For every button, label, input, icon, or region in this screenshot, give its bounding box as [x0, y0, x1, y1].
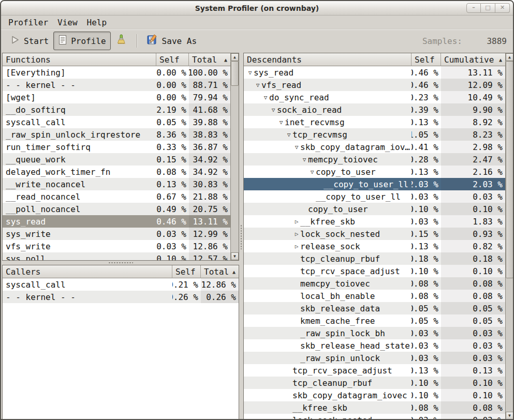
table-row[interactable]: tcp_cleanup_rbuf0.10 %0.10 % [244, 377, 505, 389]
vertical-splitter[interactable] [239, 53, 243, 420]
table-row[interactable]: lock_sock_nested0.03 %0.03 % [244, 414, 505, 419]
table-row[interactable]: memcpy_toiovec0.08 %0.08 % [244, 277, 505, 290]
table-row[interactable]: - - kernel - -0.26 %0.26 % [3, 291, 239, 303]
expanded-expander-icon[interactable]: ▽ [309, 169, 316, 175]
scrollbar-thumb[interactable] [231, 61, 239, 86]
collapsed-expander-icon[interactable]: ▷ [293, 231, 300, 237]
expanded-expander-icon[interactable]: ▽ [293, 144, 300, 151]
table-row[interactable]: __copy_to_user_ll2.03 %2.03 % [244, 178, 505, 190]
table-row[interactable]: sys_write0.03 %12.99 % [3, 228, 230, 240]
menu-profiler[interactable]: Profiler [4, 17, 53, 28]
column-header-self[interactable]: Self [412, 53, 441, 66]
cell-function-name: ▽copy_to_user [244, 166, 412, 178]
table-row[interactable]: _raw_spin_unlock_irqrestore38.36 %38.83 … [3, 128, 230, 141]
table-row[interactable]: __write_nocancel0.13 %30.83 % [3, 178, 230, 190]
document-icon [58, 35, 67, 47]
cell-total-percent: 39.88 % [189, 116, 230, 128]
cell-cumulative-percent: 0.03 % [441, 339, 505, 352]
table-row[interactable]: __poll_nocancel0.49 %20.75 % [3, 203, 230, 215]
cell-function-name: ▽do_sync_read [244, 91, 412, 103]
column-header-total[interactable]: Total▲ [189, 53, 230, 66]
table-row[interactable]: ▽inet_recvmsg0.13 %8.92 % [244, 116, 505, 128]
table-row[interactable]: ▽vfs_read0.46 %12.09 % [244, 79, 505, 91]
close-button[interactable]: ✕ [495, 3, 510, 13]
sort-ascending-icon: ▲ [497, 57, 502, 63]
expanded-expander-icon[interactable]: ▽ [254, 82, 261, 88]
descendants-scrollbar[interactable]: ▲ ▼ [505, 53, 513, 419]
collapsed-expander-icon[interactable]: ▷ [293, 218, 300, 225]
table-row[interactable]: ▽copy_to_user0.13 %2.16 % [244, 166, 505, 178]
titlebar[interactable]: System Profiler (on crownbay) – □ ✕ [1, 1, 513, 16]
scroll-up-icon[interactable]: ▲ [506, 53, 513, 61]
table-row[interactable]: kmem_cache_free0.05 %0.05 % [244, 314, 505, 327]
table-row[interactable]: ▽skb_copy_datagram_iov…0.41 %2.98 % [244, 141, 505, 153]
cell-cumulative-percent: 0.93 % [441, 228, 505, 240]
table-row[interactable]: syscall_call0.21 %12.86 % [3, 278, 239, 291]
cell-function-name: skb_release_data [244, 302, 412, 314]
table-row[interactable]: skb_release_head_state0.03 %0.03 % [244, 339, 505, 352]
cell-self-percent: 0.08 % [412, 277, 441, 290]
functions-scrollbar[interactable]: ▲ ▼ [230, 53, 239, 260]
table-row[interactable]: ▽sys_read0.46 %13.11 % [244, 66, 505, 79]
table-row[interactable]: tcp_rcv_space_adjust0.13 %0.13 % [244, 364, 505, 377]
table-row[interactable]: delayed_work_timer_fn0.08 %34.92 % [3, 166, 230, 178]
scroll-down-icon[interactable]: ▼ [231, 252, 239, 260]
table-row[interactable]: __kfree_skb0.08 %0.08 % [244, 401, 505, 414]
table-row[interactable]: copy_to_user0.10 %0.10 % [244, 203, 505, 215]
expanded-expander-icon[interactable]: ▽ [246, 69, 254, 76]
scroll-down-icon[interactable]: ▼ [506, 412, 513, 419]
start-button[interactable]: Start [5, 32, 53, 50]
cell-self-percent: 2.19 % [156, 103, 189, 116]
column-header-self[interactable]: Self [156, 53, 189, 66]
table-row[interactable]: ▽do_sync_read0.23 %10.49 % [244, 91, 505, 103]
column-header-functions[interactable]: Functions [3, 53, 156, 66]
column-header-cumulative[interactable]: Cumulative▲ [441, 53, 505, 66]
save-as-button[interactable]: Save As [142, 31, 201, 51]
table-row[interactable]: __read_nocancel0.67 %21.88 % [3, 190, 230, 203]
table-row[interactable]: [Everything]0.00 %100.00 % [3, 66, 230, 79]
table-row[interactable]: ▷lock_sock_nested0.15 %0.93 % [244, 228, 505, 240]
column-header-label: Total [204, 267, 229, 277]
column-header-self[interactable]: Self [172, 265, 201, 278]
table-row[interactable]: - - kernel - -0.00 %88.71 % [3, 79, 230, 91]
column-header-callers[interactable]: Callers [3, 265, 172, 278]
table-row[interactable]: _raw_spin_unlock0.03 %0.03 % [244, 352, 505, 364]
table-row[interactable]: run_timer_softirq0.33 %36.87 % [3, 141, 230, 153]
menu-view[interactable]: View [53, 17, 82, 28]
table-row[interactable]: __copy_to_user_ll0.03 %0.03 % [244, 190, 505, 203]
table-row[interactable]: _raw_spin_lock_bh0.03 %0.03 % [244, 327, 505, 339]
minimize-button[interactable]: – [466, 3, 481, 13]
table-row[interactable]: vfs_write0.03 %12.86 % [3, 240, 230, 252]
table-row[interactable]: local_bh_enable0.08 %0.08 % [244, 290, 505, 302]
expanded-expander-icon[interactable]: ▽ [285, 131, 292, 138]
horizontal-splitter[interactable] [2, 261, 239, 265]
table-row[interactable]: ▽memcpy_toiovec0.28 %2.47 % [244, 153, 505, 166]
table-row[interactable]: sys_poll0.10 %12.57 % [3, 252, 230, 260]
table-row[interactable]: skb_release_data0.05 %0.05 % [244, 302, 505, 314]
table-row[interactable]: ▽sock_aio_read0.39 %9.90 % [244, 103, 505, 116]
table-row[interactable]: __do_softirq2.19 %41.68 % [3, 103, 230, 116]
maximize-button[interactable]: □ [481, 3, 495, 13]
scroll-up-icon[interactable]: ▲ [231, 53, 239, 61]
scrollbar-thumb[interactable] [506, 61, 513, 278]
column-header-descendants[interactable]: Descendants [244, 53, 412, 66]
table-row[interactable]: __queue_work0.15 %34.92 % [3, 153, 230, 166]
menu-help[interactable]: Help [82, 17, 112, 28]
table-row[interactable]: skb_copy_datagram_iovec0.10 %0.10 % [244, 389, 505, 401]
table-row[interactable]: [wget]0.00 %79.94 % [3, 91, 230, 103]
table-row[interactable]: tcp_cleanup_rbuf0.18 %0.18 % [244, 252, 505, 265]
table-row[interactable]: tcp_rcv_space_adjust0.10 %0.10 % [244, 265, 505, 277]
column-header-total[interactable]: Total▲ [201, 265, 239, 278]
table-row[interactable]: sys_read0.46 %13.11 % [3, 215, 230, 228]
table-row[interactable]: ▷release_sock0.13 %0.82 % [244, 240, 505, 252]
profile-button[interactable]: Profile [53, 32, 110, 50]
table-row[interactable]: ▷__kfree_skb0.03 %1.83 % [244, 215, 505, 228]
reset-button[interactable] [111, 31, 131, 51]
expanded-expander-icon[interactable]: ▽ [270, 107, 277, 113]
expanded-expander-icon[interactable]: ▽ [277, 119, 285, 126]
expanded-expander-icon[interactable]: ▽ [262, 94, 269, 101]
expanded-expander-icon[interactable]: ▽ [301, 156, 308, 163]
table-row[interactable]: ▽tcp_recvmsg1.05 %8.23 % [244, 128, 505, 141]
collapsed-expander-icon[interactable]: ▷ [293, 243, 300, 250]
table-row[interactable]: syscall_call0.05 %39.88 % [3, 116, 230, 128]
